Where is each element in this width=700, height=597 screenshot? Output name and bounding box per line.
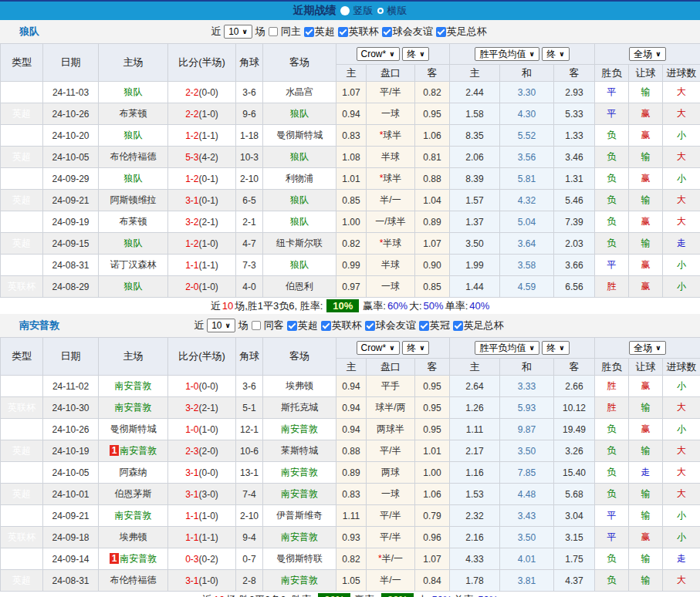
scope-select[interactable]: 全场 ∨ bbox=[629, 341, 665, 355]
avg-home-odds: 2.17 bbox=[450, 440, 500, 462]
league-checkbox[interactable] bbox=[287, 321, 297, 331]
odds-final-select[interactable]: 终 ∨ bbox=[402, 47, 429, 61]
away-odds: 0.85 bbox=[415, 276, 450, 298]
match-type-badge: 英超 bbox=[1, 103, 43, 125]
league-checkbox[interactable] bbox=[436, 27, 446, 37]
team-link: 阿斯顿维拉 bbox=[110, 194, 157, 205]
same-side-checkbox[interactable] bbox=[269, 27, 278, 36]
table-row: 英超24-09-29狼队1-2(0-1)2-10利物浦1.01*球半0.888.… bbox=[1, 168, 700, 190]
fulltime-score: 3-1 bbox=[185, 195, 198, 206]
match-score: 0-3(0-2) bbox=[168, 548, 236, 570]
league-checkbox[interactable] bbox=[365, 321, 375, 331]
league-checkbox[interactable] bbox=[338, 27, 348, 37]
match-result: 平 bbox=[595, 82, 629, 103]
goals-result: 大 bbox=[663, 484, 700, 505]
away-odds: 1.00 bbox=[415, 462, 450, 484]
league-checkbox-label: 英联杯 bbox=[349, 25, 379, 39]
home-team: 南安普敦 bbox=[99, 397, 168, 419]
goals-result: 小 bbox=[663, 276, 700, 298]
avg-final-select[interactable]: 终 ∨ bbox=[542, 341, 569, 355]
league-checkbox[interactable] bbox=[453, 321, 463, 331]
recent-count-select[interactable]: 10 ∨ bbox=[224, 25, 252, 39]
table-row: 英超24-10-01伯恩茅斯3-1(3-0)7-4南安普敦0.83一球1.061… bbox=[1, 484, 700, 505]
avg-home-odds: 1.78 bbox=[450, 570, 500, 592]
away-odds: 0.82 bbox=[415, 82, 450, 103]
match-result: 负 bbox=[595, 211, 629, 233]
odds-company-select[interactable]: Crow* ∨ bbox=[357, 47, 400, 61]
league-checkbox-label: 英超 bbox=[298, 319, 318, 332]
goals-result: 小 bbox=[663, 168, 700, 190]
away-team: 南安普敦 bbox=[263, 570, 336, 592]
match-date: 24-08-31 bbox=[43, 570, 99, 592]
league-checkbox-label: 英足总杯 bbox=[447, 25, 487, 39]
fulltime-score: 1-1 bbox=[185, 511, 198, 521]
recent-count-value: 10 bbox=[228, 26, 238, 37]
fulltime-score: 1-2 bbox=[185, 130, 198, 141]
corner-score: 12-1 bbox=[236, 419, 263, 440]
match-result: 胜 bbox=[595, 276, 629, 298]
handicap-result: 走 bbox=[629, 462, 663, 484]
handicap: 一球 bbox=[367, 276, 415, 298]
match-result: 负 bbox=[595, 147, 629, 168]
corner-score: 0-7 bbox=[236, 548, 263, 570]
fulltime-score: 3-2 bbox=[185, 217, 198, 228]
same-side-checkbox[interactable] bbox=[252, 321, 261, 330]
avg-odds-select[interactable]: 胜平负均值 ∨ bbox=[475, 47, 539, 61]
team-link: 布莱顿 bbox=[120, 108, 147, 119]
handicap-result: 输 bbox=[629, 397, 663, 419]
corner-score: 4-0 bbox=[236, 276, 263, 298]
league-checkbox-label: 球会友谊 bbox=[393, 25, 433, 39]
odds-company-select[interactable]: Crow* ∨ bbox=[357, 341, 400, 355]
fulltime-score: 2-0 bbox=[185, 282, 198, 292]
away-odds: 0.95 bbox=[415, 103, 450, 125]
horizontal-layout-radio[interactable] bbox=[377, 8, 384, 14]
avg-away-odds: 3.15 bbox=[554, 527, 595, 548]
summary-segment: 大: bbox=[418, 593, 431, 597]
scope-select[interactable]: 全场 ∨ bbox=[629, 47, 665, 61]
team-link: 埃弗顿 bbox=[120, 531, 147, 542]
avg-odds-value: 胜平负均值 bbox=[479, 49, 526, 59]
match-score: 1-0(0-0) bbox=[168, 376, 236, 397]
match-date: 24-11-03 bbox=[43, 82, 99, 103]
home-team: 阿森纳 bbox=[99, 462, 168, 484]
match-score: 3-1(0-0) bbox=[168, 462, 236, 484]
match-date: 24-09-21 bbox=[43, 505, 99, 527]
league-checkbox[interactable] bbox=[321, 321, 331, 331]
match-type-badge: 英超 bbox=[1, 255, 43, 276]
team-link: 南安普敦 bbox=[120, 445, 157, 456]
chevron-down-icon: ∨ bbox=[242, 26, 248, 37]
page-title: 近期战绩 bbox=[293, 4, 336, 18]
avg-final-select[interactable]: 终 ∨ bbox=[542, 47, 569, 61]
league-checkbox[interactable] bbox=[304, 27, 314, 37]
avg-odds-select[interactable]: 胜平负均值 ∨ bbox=[475, 341, 539, 355]
handicap: *球半 bbox=[367, 168, 415, 190]
vertical-layout-radio[interactable] bbox=[340, 6, 350, 15]
home-team: 狼队 bbox=[99, 168, 168, 190]
avg-draw-odds: 3.81 bbox=[500, 570, 554, 592]
avg-draw-odds: 3.58 bbox=[500, 255, 554, 276]
home-odds: 0.97 bbox=[336, 276, 367, 298]
avg-draw-odds: 5.52 bbox=[500, 125, 554, 147]
recent-count-select[interactable]: 10 ∨ bbox=[207, 319, 235, 332]
table-row: 英超24-10-26曼彻斯特城1-0(1-0)12-1南安普敦0.94两球半0.… bbox=[1, 419, 700, 440]
home-team: 狼队 bbox=[99, 233, 168, 255]
halftime-score: (1-0) bbox=[199, 282, 218, 292]
fulltime-score: 1-1 bbox=[185, 260, 198, 271]
summary-segment: 60% bbox=[387, 300, 407, 312]
handicap-result: 赢 bbox=[629, 255, 663, 276]
match-date: 24-09-21 bbox=[43, 190, 99, 211]
goals-result: 小 bbox=[663, 376, 700, 397]
avg-draw-odds: 3.56 bbox=[500, 147, 554, 168]
odds-final-select[interactable]: 终 ∨ bbox=[402, 341, 429, 355]
league-checkbox[interactable] bbox=[382, 27, 392, 37]
match-date: 24-09-29 bbox=[43, 168, 99, 190]
team-link: 诺丁汉森林 bbox=[110, 259, 157, 270]
league-checkbox[interactable] bbox=[419, 321, 429, 331]
filter-bar: 近 10 ∨ 场 同客 英超英联杯球会友谊英冠英足总杯 bbox=[194, 319, 506, 332]
league-filter-checkboxes: 英超英联杯球会友谊英足总杯 bbox=[304, 25, 489, 39]
home-rank-badge: 1 bbox=[110, 445, 120, 456]
fulltime-score: 0-3 bbox=[185, 554, 198, 565]
filter-bar: 近 10 ∨ 场 同主 英超英联杯球会友谊英足总杯 bbox=[211, 25, 489, 39]
col-header-avg-draw: 和 bbox=[500, 359, 554, 376]
table-row: 英超24-08-31诺丁汉森林1-1(1-1)7-3狼队0.99半球0.901.… bbox=[1, 255, 700, 276]
